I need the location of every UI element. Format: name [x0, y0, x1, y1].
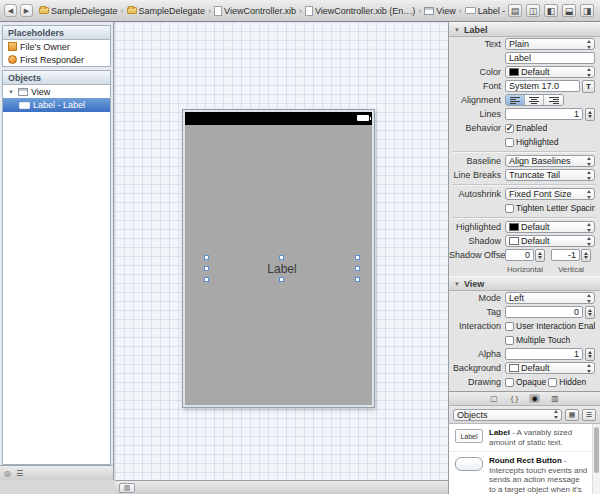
alpha-field[interactable]: 1 [505, 348, 583, 360]
first-responder-icon [8, 55, 17, 64]
popup-arrows-icon [586, 67, 593, 78]
label-text-field[interactable]: Label [505, 52, 595, 64]
selected-label[interactable]: Label [207, 258, 357, 279]
resize-handle[interactable] [204, 277, 209, 282]
highlighted-color-popup[interactable]: Default [505, 221, 595, 233]
align-center-segment[interactable] [525, 95, 544, 105]
label-object-icon [465, 7, 476, 14]
align-right-icon [549, 96, 559, 104]
sidebar-item-files-owner[interactable]: File's Owner [3, 40, 110, 53]
baseline-popup[interactable]: Align Baselines [505, 155, 595, 167]
library-scope-popup[interactable]: Objects [453, 409, 562, 421]
breadcrumb-project[interactable]: SampleDelegate [39, 6, 118, 16]
round-rect-button-icon [455, 457, 483, 471]
resize-handle[interactable] [204, 266, 209, 271]
debug-area-toggle-button[interactable]: ⬓ [562, 4, 576, 17]
mode-popup[interactable]: Left [505, 292, 595, 304]
align-right-segment[interactable] [544, 95, 563, 105]
sidebar-item-view[interactable]: ▼ View [3, 85, 110, 98]
resize-handle[interactable] [355, 277, 360, 282]
disclosure-triangle-icon[interactable]: ▼ [8, 89, 15, 95]
popup-arrows-icon [586, 222, 593, 233]
shadow-offset-horizontal-stepper[interactable] [535, 249, 545, 262]
hidden-checkbox[interactable] [548, 378, 557, 387]
design-canvas[interactable]: Label [115, 22, 448, 480]
background-row: Background Default [449, 361, 600, 375]
document-outline: Placeholders File's Owner First Responde… [0, 22, 114, 480]
device-view-window[interactable]: Label [182, 109, 375, 408]
utilities-panel: ▼ Label Text Plain Label Color Default [448, 22, 600, 494]
color-swatch [509, 68, 519, 76]
enabled-checkbox[interactable]: ✓ [505, 124, 514, 133]
breadcrumb-file-locale[interactable]: ViewController.xib (En…) [305, 6, 415, 16]
autoshrink-row: Autoshrink Fixed Font Size [449, 187, 600, 201]
alpha-stepper[interactable] [585, 348, 595, 361]
popup-arrows-icon [586, 156, 593, 167]
breadcrumb-separator: › [208, 6, 211, 16]
resize-handle[interactable] [279, 277, 284, 282]
library-controls: Objects ▦ ☰ [449, 406, 600, 424]
back-button[interactable]: ◀ [4, 4, 17, 17]
utilities-toggle-button[interactable]: ◨ [580, 4, 594, 17]
color-popup[interactable]: Default [505, 66, 595, 78]
font-field[interactable]: System 17.0 [505, 80, 580, 92]
opaque-checkbox[interactable] [505, 378, 514, 387]
outline-toggle-icon: ▥ [124, 484, 131, 492]
tag-field[interactable]: 0 [505, 306, 583, 318]
align-center-icon [529, 96, 539, 104]
interaction-row-1: Interaction User Interaction Enabled [449, 319, 600, 333]
background-popup[interactable]: Default [505, 362, 595, 374]
scrollbar-thumb[interactable] [594, 427, 599, 473]
navigator-toggle-icon: ◧ [547, 6, 556, 16]
list-view-button[interactable]: ☰ [582, 409, 596, 421]
code-snippet-library-icon[interactable]: { } [509, 394, 521, 403]
forward-button[interactable]: ▶ [20, 4, 33, 17]
filter-icon[interactable]: ◎ [4, 469, 11, 478]
lines-field[interactable]: 1 [505, 108, 583, 120]
breadcrumb-view[interactable]: View [424, 6, 455, 16]
divider [453, 151, 596, 152]
resize-handle[interactable] [355, 266, 360, 271]
navigator-toggle-button[interactable]: ◧ [544, 4, 558, 17]
shadow-color-popup[interactable]: Default [505, 235, 595, 247]
media-library-icon[interactable]: ▥ [549, 394, 561, 403]
highlighted-checkbox[interactable] [505, 138, 514, 147]
library-scrollbar[interactable] [592, 424, 600, 494]
align-left-segment[interactable] [506, 95, 525, 105]
autoshrink-popup[interactable]: Fixed Font Size [505, 188, 595, 200]
breadcrumb-file[interactable]: ViewController.xib [214, 6, 296, 16]
label-section-header[interactable]: ▼ Label [449, 22, 600, 37]
view-surface[interactable]: Label [185, 112, 372, 405]
user-interaction-checkbox[interactable] [505, 322, 514, 331]
view-section-header[interactable]: ▼ View [449, 276, 600, 291]
grid-view-button[interactable]: ▦ [565, 409, 579, 421]
interaction-row-2: Multiple Touch [449, 333, 600, 347]
sidebar-item-first-responder[interactable]: First Responder [3, 53, 110, 66]
sidebar-item-label[interactable]: Label - Label [3, 98, 110, 112]
shadow-offset-vertical-field[interactable]: -1 [551, 249, 580, 261]
shadow-offset-vertical-stepper[interactable] [581, 249, 591, 262]
library-item-round-rect-button[interactable]: Round Rect Button - Intercepts touch eve… [449, 452, 600, 494]
highlighted-color-swatch [509, 223, 519, 231]
popup-arrows-icon [586, 363, 593, 374]
resize-handle[interactable] [279, 255, 284, 260]
editor-standard-button[interactable]: ▤ [508, 4, 522, 17]
multiple-touch-checkbox[interactable] [505, 336, 514, 345]
tag-stepper[interactable] [585, 306, 595, 319]
editor-assistant-button[interactable]: ◫ [526, 4, 540, 17]
line-breaks-popup[interactable]: Truncate Tail [505, 169, 595, 181]
shadow-offset-horizontal-field[interactable]: 0 [505, 249, 534, 261]
outline-list-icon[interactable]: ☰ [16, 469, 23, 478]
object-library-icon[interactable]: ◉ [529, 394, 540, 403]
tighten-letter-spacing-checkbox[interactable] [505, 204, 514, 213]
text-style-popup[interactable]: Plain [505, 38, 595, 50]
library-item-label[interactable]: Label Label - A variably sized amount of… [449, 424, 600, 452]
resize-handle[interactable] [355, 255, 360, 260]
resize-handle[interactable] [204, 255, 209, 260]
lines-stepper[interactable] [585, 108, 595, 121]
breadcrumb-group[interactable]: SampleDelegate [127, 6, 206, 16]
font-panel-button[interactable]: T [582, 80, 595, 93]
outline-toggle-button[interactable]: ▥ [119, 483, 135, 493]
file-template-library-icon[interactable]: ▢ [488, 394, 500, 403]
breadcrumb-label[interactable]: Label - Label [465, 6, 505, 16]
